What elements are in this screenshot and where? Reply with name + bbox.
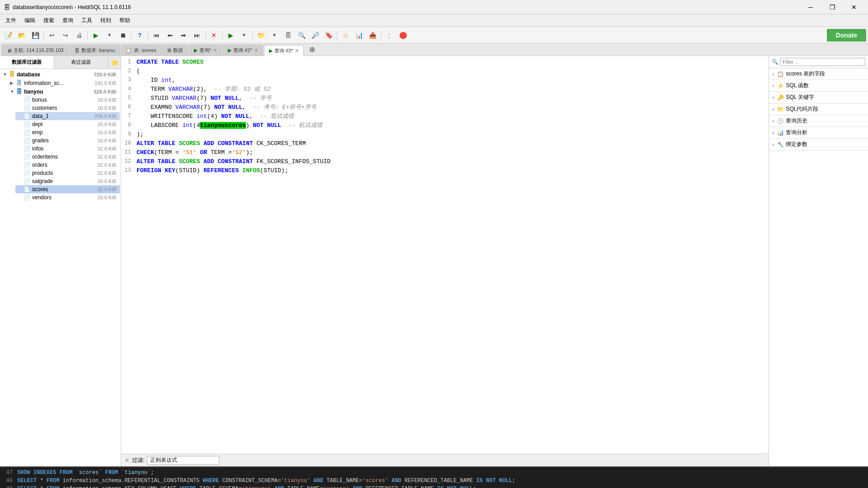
tree-size-grades: 16.0 KiB xyxy=(97,138,118,143)
donate-button[interactable]: Donate xyxy=(827,29,866,42)
tb-undo[interactable]: ↩ xyxy=(46,29,58,42)
menu-search[interactable]: 搜索 xyxy=(40,15,58,26)
line-num-11: 11 xyxy=(123,148,137,156)
sql-keywords-label: SQL 关键字 xyxy=(786,94,814,101)
tb-stop2[interactable]: 🛑 xyxy=(396,29,409,42)
tb-nav-prev[interactable]: ⬅ xyxy=(164,29,176,42)
tree-item-information-sc[interactable]: ▶ 🗄 information_sc... 192.0 KiB xyxy=(8,79,120,87)
tb-alert[interactable]: ⚠ xyxy=(339,29,352,42)
tb-semicolon[interactable]: ; xyxy=(383,29,396,42)
tree-label-orders: orders xyxy=(32,162,47,168)
left-tab-db-filter[interactable]: 数据库过滤器 xyxy=(0,56,54,69)
tree-item-customers[interactable]: 📄 customers 16.0 KiB xyxy=(15,104,120,112)
tb-bookmark[interactable]: 🔖 xyxy=(322,29,335,42)
tb-nav-last[interactable]: ⏭ xyxy=(191,29,203,42)
tree-item-vendors[interactable]: 📄 vendors 16.0 KiB xyxy=(15,193,120,202)
tree-item-tianyou[interactable]: ▼ 🗄 tianyou 528.0 KiB xyxy=(8,87,120,96)
table-icon-grades: 📄 xyxy=(24,137,30,144)
tree-size-emp: 16.0 KiB xyxy=(97,130,118,135)
right-section-sql-keywords[interactable]: + 🔑 SQL 关键字 xyxy=(769,92,868,103)
tree-item-salgrade[interactable]: 📄 salgrade 16.0 KiB xyxy=(15,177,120,185)
tree-item-bonus[interactable]: 📄 bonus 16.0 KiB xyxy=(15,96,120,104)
right-section-sql-functions[interactable]: + ⚡ SQL 函数 xyxy=(769,80,868,92)
menu-goto[interactable]: 转到 xyxy=(97,15,115,26)
code-line-5: 5 STUID VARCHAR(7) NOT NULL, -- 学号 xyxy=(123,94,767,103)
tab-query1[interactable]: ▶ 查询* ✕ xyxy=(189,45,222,56)
tab-table[interactable]: 📋 表: scores xyxy=(121,45,161,56)
tb-redo[interactable]: ↪ xyxy=(59,29,72,42)
minimize-button[interactable]: ─ xyxy=(800,0,821,14)
tree-item-orderitems[interactable]: 📄 orderitems 32.0 KiB xyxy=(15,153,120,161)
tree-item-scores[interactable]: 📄 scores 32.0 KiB xyxy=(15,185,120,193)
tab-query2-close[interactable]: ✕ xyxy=(254,47,258,53)
tree-size-vendors: 16.0 KiB xyxy=(97,195,118,200)
left-tab-favorite[interactable]: ⭐ xyxy=(108,56,121,69)
right-section-scores-fields[interactable]: + 📋 scores 表的字段 xyxy=(769,68,868,80)
menu-edit[interactable]: 编辑 xyxy=(21,15,39,26)
tree-item-dept[interactable]: 📄 dept 16.0 KiB xyxy=(15,120,120,128)
tb-sep8 xyxy=(337,30,337,40)
tb-print[interactable]: 🖨 xyxy=(73,29,85,42)
right-filter-input[interactable] xyxy=(780,58,865,66)
tb-chart[interactable]: 📊 xyxy=(353,29,365,42)
menu-file[interactable]: 文件 xyxy=(2,15,20,26)
tab-query3-close[interactable]: ✕ xyxy=(295,48,299,54)
tb-cancel[interactable]: ✕ xyxy=(208,29,220,42)
tab-query1-close[interactable]: ✕ xyxy=(213,47,217,53)
tab-query3[interactable]: ▶ 查询 #3* ✕ xyxy=(264,45,304,56)
tree-item-infos[interactable]: 📄 infos 32.0 KiB xyxy=(15,145,120,153)
maximize-button[interactable]: ❐ xyxy=(822,0,843,14)
tb-find[interactable]: 🔍 xyxy=(295,29,308,42)
tab-query3-label: 查询 #3* xyxy=(274,47,293,54)
tb-help[interactable]: ? xyxy=(133,29,146,42)
tree-item-database[interactable]: ▼ 🗄 database 720.0 KiB xyxy=(1,70,120,79)
tab-host[interactable]: 🖥 主机: 114.116.235.103 xyxy=(2,45,69,56)
menu-tools[interactable]: 工具 xyxy=(78,15,96,26)
tab-query2[interactable]: ▶ 查询 #2* ✕ xyxy=(223,45,263,56)
tb-open[interactable]: 📂 xyxy=(15,29,28,42)
tb-nav-first[interactable]: ⏮ xyxy=(150,29,163,42)
tree-size-customers: 16.0 KiB xyxy=(97,105,118,111)
table-icon-data1: 📄 xyxy=(24,113,30,119)
tb-open2[interactable]: 📁 xyxy=(255,29,267,42)
menu-help[interactable]: 帮助 xyxy=(116,15,134,26)
tree-item-emp[interactable]: 📄 emp 16.0 KiB xyxy=(15,128,120,136)
filter-input[interactable] xyxy=(147,456,219,465)
code-line-11: 11 CHECK(TERM = 'S1' OR TERM ='S2'); xyxy=(123,148,767,157)
tb-export[interactable]: 📤 xyxy=(366,29,379,42)
tb-sep3 xyxy=(131,30,132,40)
app-icon: 🗄 xyxy=(4,4,10,11)
right-section-query-history[interactable]: + 🕐 查询历史 xyxy=(769,115,868,127)
tb-run-drop[interactable]: ▼ xyxy=(103,29,116,42)
right-section-sql-snippets[interactable]: + 📁 SQL代码片段 xyxy=(769,103,868,115)
tb-find2[interactable]: 🔎 xyxy=(309,29,321,42)
tree-item-data1[interactable]: 📄 data_1 256.0 KiB xyxy=(15,112,120,120)
bottom-log-area[interactable]: 47 SHOW INDEXES FROM `scores` FROM `tian… xyxy=(0,466,868,488)
line-content-1: CREATE TABLE SCORES xyxy=(137,58,767,67)
tab-new-query[interactable]: ⊕ xyxy=(306,43,318,56)
filter-close-btn[interactable]: ✕ xyxy=(125,457,129,464)
menu-query[interactable]: 查询 xyxy=(59,15,77,26)
table-icon-vendors: 📄 xyxy=(24,194,30,201)
tb-run[interactable]: ▶ xyxy=(90,29,102,42)
right-section-query-analysis[interactable]: + 📊 查询分析 xyxy=(769,127,868,139)
code-line-13: 13 FOREIGN KEY(STUID) REFERENCES INFOS(S… xyxy=(123,166,767,175)
left-tab-table-filter[interactable]: 表过滤器 xyxy=(54,56,108,69)
tb-new[interactable]: 📝 xyxy=(2,29,14,42)
tab-database[interactable]: 🗄 数据库: tianyou xyxy=(70,45,120,56)
close-button[interactable]: ✕ xyxy=(844,0,864,14)
tb-save[interactable]: 💾 xyxy=(29,29,42,42)
left-panel: 数据库过滤器 表过滤器 ⭐ ▼ 🗄 database 720.0 KiB ▶ 🗄… xyxy=(0,56,121,466)
tb-execute[interactable]: ▶ xyxy=(224,29,237,42)
code-editor[interactable]: 1 CREATE TABLE SCORES 2 ( 3 ID int, 4 TE… xyxy=(121,56,769,454)
tb-execute-drop[interactable]: ▼ xyxy=(238,29,250,42)
tab-data[interactable]: ⊞ 数据 xyxy=(162,45,188,56)
right-section-bind-params[interactable]: + 🔧 绑定参数 xyxy=(769,139,868,150)
tree-item-grades[interactable]: 📄 grades 16.0 KiB xyxy=(15,136,120,145)
tree-item-products[interactable]: 📄 products 32.0 KiB xyxy=(15,169,120,177)
tb-db[interactable]: 🗄 xyxy=(282,29,294,42)
tree-item-orders[interactable]: 📄 orders 32.0 KiB xyxy=(15,161,120,169)
tb-stop[interactable]: ⏹ xyxy=(117,29,129,42)
tb-nav-next[interactable]: ➡ xyxy=(177,29,190,42)
tb-open-drop[interactable]: ▼ xyxy=(268,29,281,42)
